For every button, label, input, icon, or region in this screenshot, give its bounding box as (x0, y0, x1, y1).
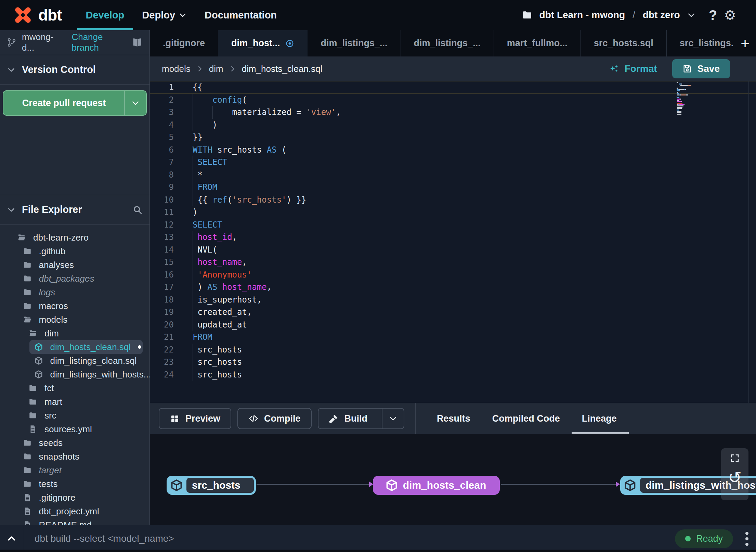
folder-dbt-learn-zero[interactable]: dbt-learn-zero (0, 231, 149, 244)
file-readme-md[interactable]: README.md (0, 518, 149, 525)
indent-guide (193, 119, 193, 131)
dbt-logo[interactable]: dbt (12, 4, 62, 26)
folder-fct[interactable]: fct (0, 381, 149, 395)
folder-mart[interactable]: mart (0, 395, 149, 409)
action-label: Preview (185, 413, 220, 424)
lineage-canvas[interactable]: ↺ src_hostsdim_hosts_cleandim_listings_w… (150, 434, 756, 525)
tab-label: src_hosts.sql (594, 38, 653, 49)
folder-dbt-packages[interactable]: dbt_packages (0, 272, 149, 285)
tab-label: dim_host... (231, 38, 280, 49)
indent-guide (193, 356, 193, 369)
tab-src-listings[interactable]: src_listings. (666, 30, 734, 56)
folder-dim[interactable]: dim (0, 326, 149, 340)
panel-tab-lineage[interactable]: Lineage (582, 403, 617, 434)
folder-models[interactable]: models (0, 313, 149, 326)
file-dim-listings-clean-sql[interactable]: dim_listings_clean.sql (0, 354, 149, 368)
tree-item-label: dbt-learn-zero (33, 232, 89, 243)
change-branch-link[interactable]: Change branch (71, 32, 126, 53)
tab-dim-host[interactable]: dim_host... (218, 30, 308, 56)
tabs: .gitignoredim_host...dim_listings_...dim… (150, 30, 734, 56)
project-name[interactable]: dbt Learn - mwong (539, 10, 625, 21)
indent-guide (193, 156, 193, 169)
nav-item-develop[interactable]: Develop (77, 0, 133, 30)
line-number: 6 (150, 144, 174, 156)
code-line-8: 8 * (150, 169, 756, 181)
panel-divider (415, 403, 416, 434)
folder-snapshots[interactable]: snapshots (0, 450, 149, 463)
collapse-panel-button[interactable] (0, 525, 23, 552)
code-editor[interactable]: 1{{2 config(3 materialized = 'view',4 )5… (150, 81, 756, 403)
environment-name[interactable]: dbt zero (643, 10, 680, 21)
add-tab-button[interactable]: + (734, 30, 756, 56)
build-icon (329, 413, 339, 424)
tab-dim-listings[interactable]: dim_listings_... (401, 30, 494, 56)
lineage-node-src-hosts[interactable]: src_hosts (167, 476, 256, 495)
build-dropdown-button[interactable] (382, 409, 404, 428)
folder-src[interactable]: src (0, 409, 149, 422)
breadcrumb-item[interactable]: dim (209, 64, 223, 74)
line-number: 20 (150, 319, 174, 331)
create-pr-dropdown-button[interactable] (125, 91, 146, 115)
folder-analyses[interactable]: analyses (0, 258, 149, 272)
branch-name[interactable]: mwong-d... (22, 32, 61, 53)
file-dim-listings-with-hosts[interactable]: dim_listings_with_hosts... (0, 368, 149, 381)
nav-item-deploy[interactable]: Deploy (133, 0, 196, 30)
breadcrumb: modelsdimdim_hosts_clean.sql (162, 64, 322, 74)
minimap[interactable] (677, 82, 695, 115)
model-cube-icon (34, 343, 43, 351)
breadcrumb-item[interactable]: models (162, 64, 191, 74)
format-label: Format (625, 63, 657, 74)
refresh-icon[interactable]: ↺ (728, 470, 742, 486)
tree-item-label: .github (39, 246, 66, 257)
breadcrumb-item[interactable]: dim_hosts_clean.sql (242, 64, 323, 74)
save-button[interactable]: Save (672, 59, 730, 78)
tab-gitignore[interactable]: .gitignore (150, 30, 218, 56)
indent-guide (193, 369, 193, 381)
tab-label: .gitignore (163, 38, 205, 49)
create-pull-request-button[interactable]: Create pull request (3, 90, 147, 116)
version-control-header[interactable]: Version Control (0, 55, 149, 85)
tab-src-hosts-sql[interactable]: src_hosts.sql (581, 30, 666, 56)
folder-tests[interactable]: tests (0, 477, 149, 491)
panel-tab-results[interactable]: Results (437, 403, 470, 434)
workspace: mwong-d... Change branch Version Control… (0, 30, 756, 525)
line-number: 23 (150, 356, 174, 369)
environment-chevron-icon[interactable] (687, 11, 696, 20)
code-line-18: 18 is_superhost, (150, 294, 756, 306)
command-input[interactable]: dbt build --select <model_name> (35, 533, 675, 544)
docs-book-icon[interactable] (132, 37, 143, 48)
folder-macros[interactable]: macros (0, 299, 149, 313)
kebab-menu-icon[interactable] (745, 532, 748, 546)
line-number: 18 (150, 294, 174, 306)
indent-guide (193, 294, 193, 306)
folder-target[interactable]: target (0, 463, 149, 477)
tab-mart-fullmo[interactable]: mart_fullmo... (494, 30, 581, 56)
line-number: 17 (150, 281, 174, 294)
file-icon (23, 507, 32, 516)
panel-tab-compiled-code[interactable]: Compiled Code (492, 403, 560, 434)
folder-icon (23, 288, 32, 297)
format-button[interactable]: Format (609, 63, 657, 74)
file-explorer-header[interactable]: File Explorer (0, 195, 149, 224)
nav-item-documentation[interactable]: Documentation (196, 0, 286, 30)
folder-logs[interactable]: logs (0, 285, 149, 299)
compile-button[interactable]: Compile (237, 408, 312, 429)
folder-seeds[interactable]: seeds (0, 436, 149, 450)
chevron-down-icon (7, 65, 16, 74)
status-bar: dbt build --select <model_name> Ready (0, 525, 756, 552)
help-icon[interactable]: ? (709, 8, 717, 23)
file-dim-hosts-clean-sql[interactable]: dim_hosts_clean.sql (29, 340, 143, 354)
file-sources-yml[interactable]: sources.yml (0, 422, 149, 436)
folder-github[interactable]: .github (0, 244, 149, 258)
code-line-15: 15 host_name, (150, 256, 756, 269)
preview-button[interactable]: Preview (159, 408, 231, 429)
fullscreen-icon[interactable] (730, 453, 740, 463)
settings-gear-icon[interactable]: ⚙ (724, 7, 736, 23)
file-dbt-project-yml[interactable]: dbt_project.yml (0, 504, 149, 518)
tab-dim-listings[interactable]: dim_listings_... (308, 30, 401, 56)
search-icon[interactable] (132, 205, 143, 215)
indent-guide (193, 306, 193, 319)
file-gitignore[interactable]: .gitignore (0, 491, 149, 504)
lineage-node-dim-hosts-clean[interactable]: dim_hosts_clean (373, 476, 500, 495)
build-button[interactable]: Build (318, 408, 405, 429)
